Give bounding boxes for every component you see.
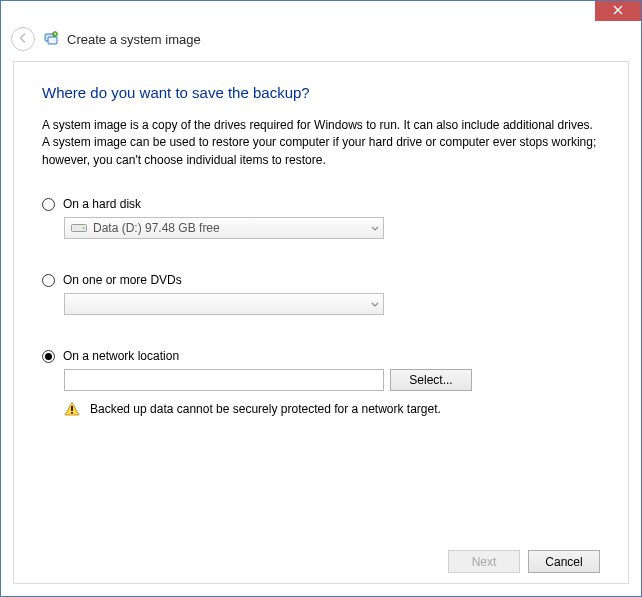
network-warning-text: Backed up data cannot be securely protec…	[90, 402, 441, 416]
option-dvd: On one or more DVDs	[42, 273, 600, 315]
back-arrow-icon	[17, 32, 29, 47]
warning-icon	[64, 401, 80, 417]
radio-network[interactable]	[42, 350, 55, 363]
option-hard-disk: On a hard disk Data (D:) 97.48 GB free	[42, 197, 600, 239]
chevron-down-icon	[371, 223, 379, 234]
select-network-button[interactable]: Select...	[390, 369, 472, 391]
label-network: On a network location	[63, 349, 179, 363]
svg-rect-6	[71, 412, 73, 414]
svg-rect-5	[71, 406, 73, 411]
wizard-window: Create a system image Where do you want …	[0, 0, 642, 597]
close-button[interactable]	[595, 1, 641, 21]
dropdown-dvd[interactable]	[64, 293, 384, 315]
system-image-icon	[43, 31, 59, 47]
hard-disk-icon	[71, 222, 87, 234]
wizard-body: Where do you want to save the backup? A …	[13, 61, 629, 584]
dropdown-hard-disk[interactable]: Data (D:) 97.48 GB free	[64, 217, 384, 239]
radio-hard-disk[interactable]	[42, 198, 55, 211]
back-button[interactable]	[11, 27, 35, 51]
header-title: Create a system image	[67, 32, 201, 47]
radio-dvd[interactable]	[42, 274, 55, 287]
wizard-footer: Next Cancel	[42, 544, 600, 573]
titlebar	[1, 1, 641, 25]
label-hard-disk: On a hard disk	[63, 197, 141, 211]
cancel-button[interactable]: Cancel	[528, 550, 600, 573]
page-question: Where do you want to save the backup?	[42, 84, 600, 101]
svg-point-4	[83, 227, 85, 229]
dropdown-hard-disk-value: Data (D:) 97.48 GB free	[93, 221, 220, 235]
chevron-down-icon	[371, 299, 379, 310]
network-path-input[interactable]	[64, 369, 384, 391]
svg-rect-1	[48, 37, 57, 44]
close-icon	[613, 5, 623, 17]
page-description: A system image is a copy of the drives r…	[42, 117, 600, 169]
option-network: On a network location Select... Backed u…	[42, 349, 600, 417]
next-button[interactable]: Next	[448, 550, 520, 573]
header: Create a system image	[1, 25, 641, 61]
network-warning-row: Backed up data cannot be securely protec…	[64, 401, 600, 417]
label-dvd: On one or more DVDs	[63, 273, 182, 287]
